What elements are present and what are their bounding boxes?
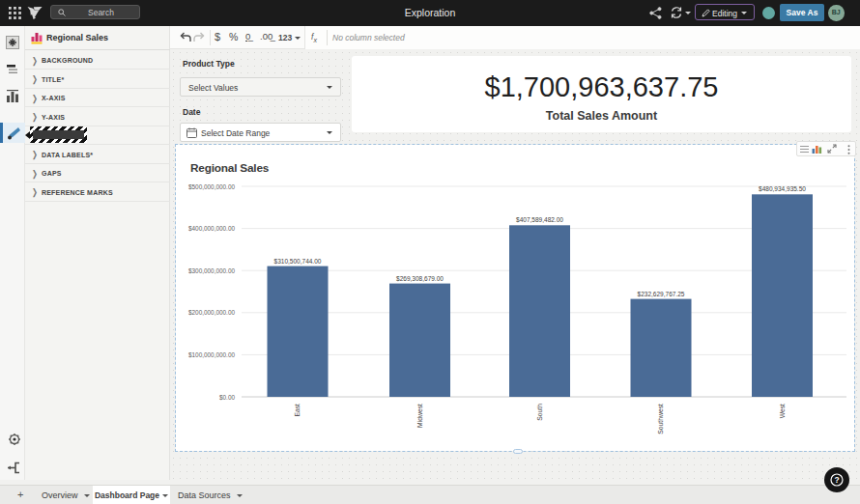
svg-text:$500,000,000.00: $500,000,000.00: [188, 183, 235, 190]
svg-text:$400,000,000.00: $400,000,000.00: [188, 225, 235, 232]
svg-text:$300,000,000.00: $300,000,000.00: [188, 267, 235, 274]
svg-text:$310,500,744.00: $310,500,744.00: [274, 258, 322, 265]
svg-text:Regional Sales: Regional Sales: [190, 161, 270, 175]
svg-text:?: ?: [834, 475, 839, 485]
svg-text:$100,000,000.00: $100,000,000.00: [188, 351, 235, 358]
svg-text:West: West: [779, 404, 786, 418]
svg-text:$407,589,482.00: $407,589,482.00: [516, 216, 563, 223]
svg-text:$0.00: $0.00: [219, 394, 235, 401]
svg-text:$232,629,767.25: $232,629,767.25: [638, 291, 685, 297]
svg-text:East: East: [294, 404, 301, 417]
svg-text:$200,000,000.00: $200,000,000.00: [188, 309, 235, 316]
svg-text:$480,934,935.50: $480,934,935.50: [759, 185, 806, 192]
svg-text:Southwest: Southwest: [657, 404, 664, 434]
svg-text:Midwest: Midwest: [416, 404, 423, 428]
svg-text:South: South: [536, 404, 543, 421]
svg-text:$269,308,679.00: $269,308,679.00: [396, 275, 444, 282]
